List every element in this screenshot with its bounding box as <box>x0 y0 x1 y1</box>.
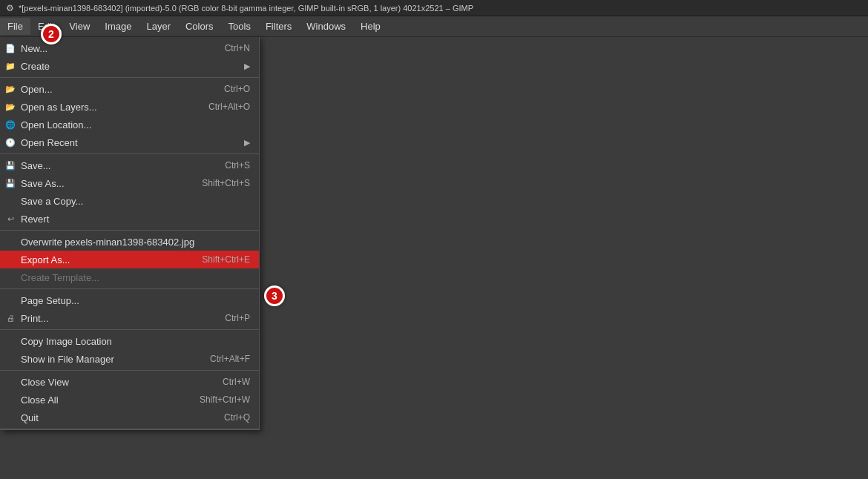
overwrite-label: Overwrite pexels-minan1398-683402.jpg <box>21 237 250 248</box>
app-icon: ⚙ <box>6 3 14 13</box>
menu-tools[interactable]: Tools <box>221 18 258 35</box>
save-as-label: Save As... <box>21 178 187 189</box>
print-shortcut: Ctrl+P <box>225 313 250 323</box>
page-setup-label: Page Setup... <box>21 295 250 306</box>
menu-section-3: 💾 Save... Ctrl+S 💾 Save As... Shift+Ctrl… <box>0 154 259 231</box>
menu-item-close-view[interactable]: Close View Ctrl+W <box>0 373 259 391</box>
menu-item-show-file-manager[interactable]: Show in File Manager Ctrl+Alt+F <box>0 350 259 368</box>
file-menu-dropdown: 📄 New... Ctrl+N 📁 Create ▶ 📂 Open... Ctr… <box>0 37 260 430</box>
create-icon: 📁 <box>4 62 16 71</box>
create-arrow: ▶ <box>244 62 250 71</box>
open-label: Open... <box>21 84 209 95</box>
title-text: *[pexels-minan1398-683402] (imported)-5.… <box>19 4 473 13</box>
save-icon: 💾 <box>4 161 16 171</box>
menu-filters[interactable]: Filters <box>258 18 299 35</box>
menu-colors[interactable]: Colors <box>178 18 221 35</box>
menu-section-1: 📄 New... Ctrl+N 📁 Create ▶ <box>0 37 259 78</box>
open-location-label: Open Location... <box>21 119 250 131</box>
menu-item-revert[interactable]: ↩ Revert <box>0 210 259 228</box>
menu-item-quit[interactable]: Quit Ctrl+Q <box>0 409 259 426</box>
save-copy-label: Save a Copy... <box>21 196 250 207</box>
menu-help[interactable]: Help <box>353 18 388 35</box>
menu-item-save[interactable]: 💾 Save... Ctrl+S <box>0 156 259 174</box>
open-recent-icon: 🕐 <box>4 138 16 148</box>
menu-bar: File Edit View Image Layer Colors Tools … <box>0 16 868 37</box>
open-recent-arrow: ▶ <box>244 138 250 148</box>
menu-item-open-location[interactable]: 🌐 Open Location... <box>0 116 259 133</box>
open-layers-icon: 📂 <box>4 102 16 112</box>
open-layers-label: Open as Layers... <box>21 102 194 113</box>
menu-item-save-copy[interactable]: Save a Copy... <box>0 192 259 210</box>
menu-section-4: Overwrite pexels-minan1398-683402.jpg Ex… <box>0 231 259 289</box>
menu-section-5: Page Setup... 🖨 Print... Ctrl+P <box>0 289 259 330</box>
menu-image[interactable]: Image <box>97 18 139 35</box>
show-file-manager-label: Show in File Manager <box>21 354 195 365</box>
export-as-shortcut: Shift+Ctrl+E <box>202 254 250 265</box>
open-layers-shortcut: Ctrl+Alt+O <box>208 102 250 112</box>
close-view-shortcut: Ctrl+W <box>223 377 250 387</box>
menu-section-2: 📂 Open... Ctrl+O 📂 Open as Layers... Ctr… <box>0 78 259 154</box>
create-template-label: Create Template... <box>21 272 250 283</box>
menu-item-close-all[interactable]: Close All Shift+Ctrl+W <box>0 391 259 409</box>
save-as-shortcut: Shift+Ctrl+S <box>202 178 250 188</box>
open-shortcut: Ctrl+O <box>224 84 250 94</box>
quit-label: Quit <box>21 412 209 423</box>
save-label: Save... <box>21 160 210 171</box>
close-all-label: Close All <box>21 394 185 406</box>
export-as-label: Export As... <box>21 254 187 265</box>
revert-label: Revert <box>21 214 250 225</box>
save-as-icon: 💾 <box>4 179 16 188</box>
menu-item-create[interactable]: 📁 Create ▶ <box>0 57 259 75</box>
menu-item-open[interactable]: 📂 Open... Ctrl+O <box>0 80 259 98</box>
title-bar: ⚙ *[pexels-minan1398-683402] (imported)-… <box>0 0 868 16</box>
revert-icon: ↩ <box>4 214 16 224</box>
menu-view[interactable]: View <box>62 18 97 35</box>
open-icon: 📂 <box>4 85 16 94</box>
menu-section-6: Copy Image Location Show in File Manager… <box>0 330 259 371</box>
print-label: Print... <box>21 313 210 324</box>
menu-item-copy-location[interactable]: Copy Image Location <box>0 332 259 350</box>
menu-item-open-recent[interactable]: 🕐 Open Recent ▶ <box>0 133 259 151</box>
menu-file[interactable]: File <box>0 18 30 35</box>
menu-item-create-template[interactable]: Create Template... <box>0 268 259 286</box>
open-location-icon: 🌐 <box>4 120 16 130</box>
copy-location-label: Copy Image Location <box>21 336 250 347</box>
annotation-badge-2: 2 <box>41 24 62 44</box>
show-file-manager-shortcut: Ctrl+Alt+F <box>210 354 250 364</box>
menu-item-page-setup[interactable]: Page Setup... <box>0 291 259 309</box>
menu-layer[interactable]: Layer <box>139 18 178 35</box>
open-recent-label: Open Recent <box>21 137 238 148</box>
menu-section-7: Close View Ctrl+W Close All Shift+Ctrl+W… <box>0 371 259 429</box>
save-shortcut: Ctrl+S <box>225 160 250 171</box>
create-label: Create <box>21 61 238 72</box>
print-icon: 🖨 <box>4 314 16 323</box>
menu-item-new[interactable]: 📄 New... Ctrl+N <box>0 39 259 57</box>
close-all-shortcut: Shift+Ctrl+W <box>200 394 250 405</box>
quit-shortcut: Ctrl+Q <box>224 412 250 423</box>
menu-item-overwrite[interactable]: Overwrite pexels-minan1398-683402.jpg <box>0 233 259 251</box>
close-view-label: Close View <box>21 377 208 388</box>
new-shortcut: Ctrl+N <box>225 43 250 53</box>
menu-item-save-as[interactable]: 💾 Save As... Shift+Ctrl+S <box>0 174 259 192</box>
new-icon: 📄 <box>4 44 16 53</box>
menu-item-print[interactable]: 🖨 Print... Ctrl+P <box>0 309 259 327</box>
menu-item-export-as[interactable]: Export As... Shift+Ctrl+E <box>0 251 259 268</box>
menu-windows[interactable]: Windows <box>299 18 353 35</box>
menu-item-open-layers[interactable]: 📂 Open as Layers... Ctrl+Alt+O <box>0 98 259 116</box>
